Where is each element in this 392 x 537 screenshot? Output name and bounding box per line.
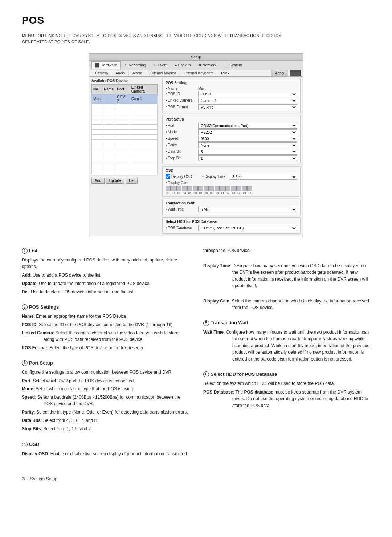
display-time-desc: Display Time: Designate how many seconds… [203, 263, 370, 289]
linked-camera-select[interactable]: Camera 1 [198, 98, 297, 103]
cam-num-12: 12 [225, 191, 230, 195]
cam-btn-7[interactable] [198, 186, 203, 191]
display-osd-label[interactable]: Display OSD [166, 174, 192, 179]
subtab-external-monitor[interactable]: External Monitor [146, 70, 180, 76]
tab-hardware[interactable]: ⬛ Hardware [91, 61, 121, 69]
add-button[interactable]: Add [91, 178, 105, 184]
cam-num-06: 06 [193, 191, 198, 195]
del-button[interactable]: Del [126, 178, 138, 184]
tab-network[interactable]: ✱ Network [195, 61, 220, 69]
table-row [92, 145, 158, 150]
cam-btn-3[interactable] [176, 186, 181, 191]
stopbit-select[interactable]: 1 [198, 155, 297, 161]
table-row [92, 160, 158, 165]
speed-select[interactable]: 9600 [198, 136, 297, 142]
cam-btn-1[interactable] [166, 186, 171, 191]
cam-num-02: 02 [171, 191, 176, 195]
cam-btn-16[interactable] [247, 186, 252, 191]
tab-event[interactable]: ⊞ Event [150, 61, 171, 69]
cam-num-16: 16 [247, 191, 252, 195]
display-time-select[interactable]: 3 Sec [230, 174, 297, 180]
wait-time-desc: Wait Time: Configure how many minutes to… [203, 329, 370, 363]
pos-format-desc: POS Format: Select the type of POS devic… [22, 345, 189, 351]
col-name: Name [102, 84, 115, 94]
setup-title-bar: Setup [89, 54, 303, 61]
port-select[interactable]: COM2(Communications Port) [198, 123, 297, 129]
table-row [92, 124, 158, 129]
osd-heading: 4 OSD [22, 441, 189, 448]
cam-num-15: 15 [242, 191, 247, 195]
databit-select[interactable]: 8 [198, 149, 297, 155]
pos-id-select[interactable]: POS 1 [198, 91, 297, 97]
table-row [92, 139, 158, 145]
pos-format-select[interactable]: VSI-Pro [198, 104, 297, 110]
col-linked-camera: Linked Camera [130, 84, 157, 94]
port-setup-heading: 3 Port Setup [22, 359, 189, 367]
wait-time-row: Wait Time 5 Min [166, 207, 297, 212]
cam-btn-11[interactable] [220, 186, 225, 191]
tab-network-label: Network [203, 63, 217, 67]
list-heading: 1 List [22, 247, 189, 255]
tab-system[interactable]: ⬜ System [220, 61, 245, 69]
select-hdd-heading: 6 Select HDD for POS Database [203, 371, 370, 378]
display-cam-desc: Display Cam: Select the camera channel o… [203, 298, 370, 311]
stopbit-row: Stop Bit 1 [166, 155, 297, 161]
cam-btn-5[interactable] [187, 186, 192, 191]
wait-time-select[interactable]: 5 Min [198, 207, 297, 212]
cam-num-10: 10 [215, 191, 220, 195]
cam-btn-14[interactable] [236, 186, 241, 191]
display-osd-text: Display OSD [171, 175, 192, 179]
display-osd-checkbox[interactable] [166, 174, 170, 179]
cam-num-07: 07 [198, 191, 203, 195]
pos-database-select[interactable]: F Drive (Free : 231.78 GB) [198, 225, 297, 231]
cam-btn-13[interactable] [231, 186, 236, 191]
subtab-pos[interactable]: POS [217, 70, 233, 76]
cam-btn-4[interactable] [182, 186, 187, 191]
tab-recording[interactable]: ⊙ Recording [121, 61, 150, 69]
cam-btn-15[interactable] [242, 186, 247, 191]
apply-button[interactable]: Apply [271, 70, 288, 76]
mode-select[interactable]: RS232 [198, 129, 297, 135]
cam-btn-10[interactable] [215, 186, 220, 191]
cam-btn-2[interactable] [171, 186, 176, 191]
tab-backup-label: Backup [178, 63, 191, 67]
cell-no: Mart [92, 94, 102, 104]
subtab-external-keyboard[interactable]: External Keyboard [180, 70, 217, 76]
cam-btn-8[interactable] [204, 186, 209, 191]
setup-panel: Setup ⬛ Hardware ⊙ Recording ⊞ Event ● B… [89, 53, 303, 236]
cam-num-11: 11 [220, 191, 225, 195]
display-cam-row: Display Cam [166, 181, 297, 185]
apply-extra-btn[interactable] [290, 70, 301, 76]
speed-desc: Speed: Select a baudrate (2400Bps - 1152… [22, 394, 189, 407]
pos-id-row: POS ID POS 1 [166, 91, 297, 97]
tab-backup[interactable]: ● Backup [171, 61, 194, 69]
select-hdd-section: Select HDD for POS Database POS Database… [162, 217, 301, 234]
backup-icon: ● [175, 63, 177, 67]
update-button[interactable]: Update [106, 178, 124, 184]
transaction-wait-heading: 5 Transaction Wait [203, 319, 370, 326]
subtab-audio[interactable]: Audio [112, 70, 129, 76]
cam-num-01: 01 [166, 191, 171, 195]
linked-camera-row: Linked Camera Camera 1 [166, 98, 297, 103]
subtab-alarm[interactable]: Alarm [129, 70, 146, 76]
pos-device-table: No Name Port Linked Camera Mart COM 2 Ca… [91, 84, 158, 175]
table-row [92, 109, 158, 114]
select-hdd-desc: Select on the system which HDD will be u… [203, 380, 370, 387]
table-row [92, 155, 158, 160]
subtab-camera[interactable]: Camera [91, 70, 112, 76]
cam-numbers-row: 01 02 03 04 05 06 07 08 09 10 11 12 13 1… [166, 191, 297, 195]
table-row[interactable]: Mart COM 2 Cam 1 [92, 94, 158, 104]
table-row [92, 114, 158, 119]
cam-num-14: 14 [236, 191, 241, 195]
pos-database-desc: POS Database: The POS database must be k… [203, 389, 370, 409]
cam-btn-9[interactable] [209, 186, 214, 191]
port-setup-desc: Configure the settings to allow communic… [22, 369, 189, 376]
parity-select[interactable]: None [198, 142, 297, 148]
pos-setting-title: POS Setting [166, 81, 297, 85]
cam-btn-6[interactable] [193, 186, 198, 191]
cam-btn-12[interactable] [225, 186, 230, 191]
badge-5: 5 [203, 320, 209, 326]
pos-name-label: Name [166, 86, 198, 90]
mode-desc: Mode: Select which interfacing type that… [22, 386, 189, 392]
parity-desc: Parity: Select the bit type (None, Odd, … [22, 409, 189, 416]
